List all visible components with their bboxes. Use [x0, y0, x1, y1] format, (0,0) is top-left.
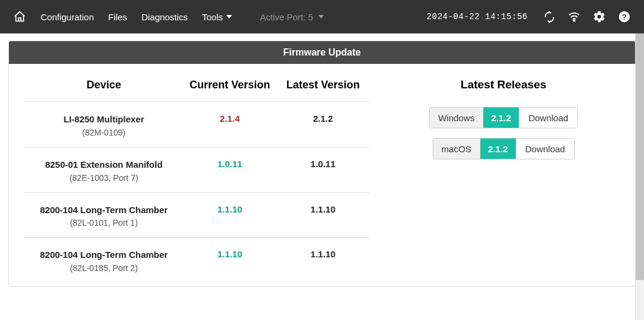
- nav-tools[interactable]: Tools: [195, 7, 239, 27]
- latest-releases-panel: Latest Releases Windows2.1.2DownloadmacO…: [387, 77, 620, 282]
- card-title: Firmware Update: [9, 41, 635, 64]
- help-icon: ?: [618, 10, 631, 23]
- latest-version-cell: 1.0.11: [276, 158, 369, 183]
- sync-button[interactable]: [538, 7, 560, 27]
- device-subinfo: (82L-0101, Port 1): [24, 218, 183, 227]
- release-version-badge: 2.1.2: [480, 139, 516, 159]
- home-button[interactable]: [8, 7, 31, 27]
- header-latest-version: Latest Version: [276, 77, 369, 93]
- nav-files[interactable]: Files: [101, 7, 134, 27]
- active-port-label: Active Port: 5: [260, 12, 313, 22]
- device-name: 8200-104 Long-Term Chamber: [24, 248, 183, 261]
- nav-items: Configuration Files Diagnostics Tools Ac…: [33, 7, 332, 27]
- latest-version-cell: 1.1.10: [276, 248, 369, 273]
- vertical-scrollbar[interactable]: [635, 33, 644, 320]
- device-subinfo: (82E-1003, Port 7): [24, 173, 183, 183]
- chevron-down-icon: [226, 15, 232, 19]
- header-device: Device: [24, 77, 183, 93]
- current-version-cell: 1.1.10: [183, 248, 276, 273]
- card-body: Device Current Version Latest Version LI…: [9, 64, 635, 286]
- content-area: Firmware Update Device Current Version L…: [0, 33, 644, 294]
- device-subinfo: (82M-0109): [24, 128, 183, 137]
- wifi-button[interactable]: [563, 7, 586, 27]
- device-cell: LI-8250 Multiplexer(82M-0109): [24, 113, 183, 137]
- table-row: 8200-104 Long-Term Chamber(82L-0185, Por…: [24, 237, 369, 282]
- table-header-row: Device Current Version Latest Version: [24, 77, 369, 101]
- nav-configuration[interactable]: Configuration: [33, 7, 101, 27]
- latest-version-cell: 1.1.10: [276, 204, 369, 228]
- header-current-version: Current Version: [183, 77, 276, 93]
- device-name: 8200-104 Long-Term Chamber: [24, 204, 183, 217]
- nav-diagnostics[interactable]: Diagnostics: [134, 7, 195, 27]
- device-subinfo: (82L-0185, Port 2): [24, 263, 183, 273]
- latest-version-cell: 2.1.2: [276, 113, 369, 137]
- download-button[interactable]: Download: [519, 107, 577, 128]
- current-version-cell: 1.0.11: [183, 158, 276, 183]
- table-row: 8250-01 Extension Manifold(82E-1003, Por…: [24, 147, 369, 192]
- current-version-cell: 2.1.4: [183, 113, 276, 137]
- home-icon: [13, 10, 26, 23]
- device-cell: 8200-104 Long-Term Chamber(82L-0185, Por…: [24, 248, 183, 273]
- wifi-icon: [568, 10, 581, 23]
- settings-button[interactable]: [588, 7, 611, 27]
- main-panel: Firmware Update Device Current Version L…: [8, 41, 636, 287]
- firmware-update-card: Firmware Update Device Current Version L…: [8, 41, 636, 287]
- releases-title: Latest Releases: [387, 78, 620, 91]
- device-name: 8250-01 Extension Manifold: [24, 158, 183, 171]
- current-version-cell: 1.1.10: [183, 204, 276, 228]
- device-table: Device Current Version Latest Version LI…: [24, 77, 369, 282]
- device-cell: 8250-01 Extension Manifold(82E-1003, Por…: [24, 158, 183, 183]
- svg-point-0: [574, 20, 575, 21]
- chevron-down-icon: [318, 15, 324, 19]
- svg-text:?: ?: [622, 13, 627, 21]
- sync-icon: [543, 11, 556, 23]
- nav-tools-label: Tools: [202, 12, 223, 22]
- download-button[interactable]: Download: [516, 139, 574, 159]
- active-port-dropdown[interactable]: Active Port: 5: [251, 7, 332, 27]
- help-button[interactable]: ?: [613, 7, 636, 27]
- release-os-label: Windows: [430, 107, 483, 128]
- release-row: macOS2.1.2Download: [387, 138, 620, 159]
- scrollbar-thumb[interactable]: [636, 33, 644, 280]
- table-row: LI-8250 Multiplexer(82M-0109)2.1.42.1.2: [24, 101, 369, 147]
- release-pill-group: macOS2.1.2Download: [433, 138, 575, 159]
- release-row: Windows2.1.2Download: [387, 107, 620, 128]
- top-navbar: Configuration Files Diagnostics Tools Ac…: [0, 0, 644, 33]
- device-cell: 8200-104 Long-Term Chamber(82L-0101, Por…: [24, 204, 183, 228]
- table-row: 8200-104 Long-Term Chamber(82L-0101, Por…: [24, 192, 369, 238]
- release-pill-group: Windows2.1.2Download: [429, 107, 578, 128]
- device-name: LI-8250 Multiplexer: [24, 113, 183, 126]
- gear-icon: [593, 10, 606, 23]
- release-version-badge: 2.1.2: [483, 107, 519, 128]
- timestamp-display: 2024-04-22 14:15:56: [427, 12, 528, 21]
- release-os-label: macOS: [433, 139, 480, 159]
